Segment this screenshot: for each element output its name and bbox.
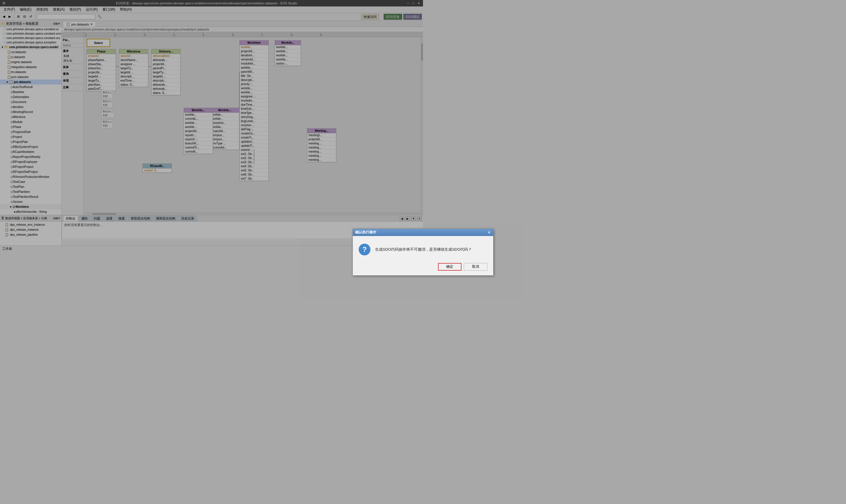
dialog-overlay: 确认执行操作 ✕ ? 生成SDO代码操作将不可撤消，是否继续生成SDO代码？ 确… [0,0,423,252]
dialog-titlebar: 确认执行操作 ✕ [353,229,423,236]
dialog-info-icon: ? [359,244,370,252]
dialog-body: ? 生成SDO代码操作将不可撤消，是否继续生成SDO代码？ [353,236,423,252]
dialog-title: 确认执行操作 [355,230,423,235]
confirmation-dialog: 确认执行操作 ✕ ? 生成SDO代码操作将不可撤消，是否继续生成SDO代码？ 确… [353,229,423,252]
dialog-message: 生成SDO代码操作将不可撤消，是否继续生成SDO代码？ [375,247,423,252]
